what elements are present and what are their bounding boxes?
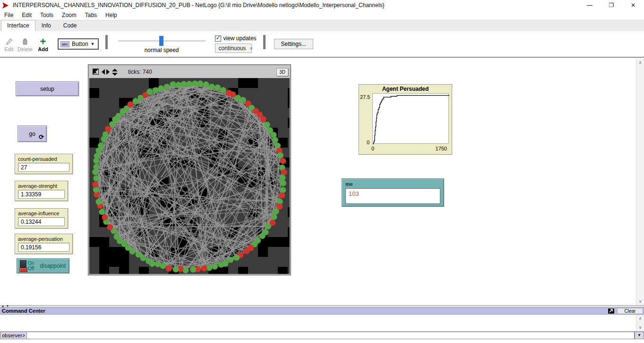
menu-tabs[interactable]: Tabs: [81, 11, 101, 19]
switch-name: disappoint: [40, 263, 66, 269]
output-vertical-scrollbar[interactable]: ∧ ∨: [636, 315, 644, 331]
disappoint-switch[interactable]: On Off disappoint: [17, 258, 69, 273]
plot-line: [373, 96, 449, 144]
world-canvas[interactable]: [89, 78, 290, 274]
plus-icon: +: [40, 38, 46, 45]
input-label: me: [345, 181, 440, 187]
scroll-up-icon[interactable]: ∧: [639, 59, 642, 66]
horizontal-arrows-icon: [102, 69, 110, 75]
interface-workspace: setup go ⟳ count-persuaded 27 average-st…: [0, 59, 644, 305]
update-mode-dropdown[interactable]: continuous ∨: [215, 44, 252, 53]
history-dropdown-button[interactable]: ▼: [635, 332, 644, 339]
settings-button[interactable]: Settings...: [274, 39, 313, 49]
scroll-up-icon[interactable]: ∧: [639, 315, 642, 322]
update-mode-value: continuous: [219, 45, 246, 52]
switch-knob[interactable]: [19, 268, 27, 272]
monitor-average-influence: average-influence 0.13244: [15, 208, 68, 229]
tab-code[interactable]: Code: [57, 20, 83, 31]
menu-bar: File Edit Tools Zoom Tabs Help: [0, 10, 644, 20]
view-updates-checkbox[interactable]: view updates: [215, 35, 257, 42]
monitor-value: 1.33359: [18, 190, 65, 199]
workspace-vertical-scrollbar[interactable]: ∧ ∨: [636, 59, 644, 305]
monitor-count-persuaded: count-persuaded 27: [15, 154, 73, 174]
speed-label: normal speed: [118, 47, 206, 53]
restore-button[interactable]: ❐: [601, 0, 622, 10]
monitor-label: average-persuation: [18, 236, 69, 242]
plot-area: [372, 93, 449, 144]
chevron-down-icon: ∨: [250, 46, 253, 51]
window-title: INTERPERSONAL_CHANNELS_INNOVATION_DIFFUS…: [13, 2, 385, 9]
switch-toggle[interactable]: [20, 260, 26, 272]
x-axis-max-label: 1750: [436, 146, 447, 151]
monitor-label: average-influence: [18, 211, 65, 216]
tab-bar: Interface Info Code: [0, 20, 644, 31]
speed-slider-thumb[interactable]: [159, 36, 163, 46]
world-view-header: ticks: 740 3D: [89, 66, 290, 78]
toolbar-separator: [263, 35, 266, 49]
abc-icon: abc: [60, 41, 69, 47]
widget-type-value: Button: [72, 41, 88, 47]
command-input-row: observer> ▼: [0, 332, 644, 339]
monitor-value: 0.19156: [18, 243, 69, 252]
switch-on-label: On: [28, 261, 34, 266]
edit-widget-button[interactable]: Edit: [1, 38, 17, 52]
x-axis-min-label: 0: [371, 146, 374, 151]
clear-button[interactable]: Clear: [617, 308, 643, 314]
delete-widget-button[interactable]: Delete: [17, 38, 33, 52]
scroll-down-icon[interactable]: ∨: [639, 298, 642, 305]
checkbox-checked-icon: [215, 35, 221, 42]
command-input-field[interactable]: [27, 332, 635, 339]
toolbar-separator: [105, 35, 108, 49]
3d-view-button[interactable]: 3D: [276, 68, 288, 76]
chevron-down-icon: ▼: [91, 42, 95, 46]
netlogo-logo-icon: [2, 2, 10, 9]
menu-tools[interactable]: Tools: [36, 11, 58, 19]
monitor-value: 27: [18, 163, 69, 172]
netlogo-window: INTERPERSONAL_CHANNELS_INNOVATION_DIFFUS…: [0, 0, 644, 343]
monitor-value: 0.13244: [18, 217, 65, 226]
switch-off-label: Off: [28, 266, 34, 271]
minimize-button[interactable]: —: [579, 0, 601, 10]
world-view-widget: ticks: 740 3D: [88, 64, 291, 275]
vertical-arrows-icon: [112, 69, 118, 76]
monitor-label: count-persuaded: [18, 156, 69, 162]
command-center-title: Command Center: [0, 308, 45, 314]
popout-icon[interactable]: [608, 308, 614, 314]
command-center-header: Command Center Clear: [0, 308, 644, 315]
monitor-label: average-strenght: [18, 183, 65, 189]
y-axis-min-label: 0: [367, 140, 369, 145]
me-input-widget: me 103: [342, 178, 444, 207]
close-button[interactable]: ✕: [622, 0, 644, 10]
plot-title: Agent Persuaded: [359, 85, 452, 92]
monitor-average-strenght: average-strenght 1.33359: [15, 181, 68, 201]
title-bar: INTERPERSONAL_CHANNELS_INNOVATION_DIFFUS…: [0, 0, 644, 10]
go-button[interactable]: go ⟳: [17, 125, 47, 142]
monitor-average-persuation: average-persuation 0.19156: [15, 234, 73, 254]
forever-icon: ⟳: [39, 135, 44, 140]
me-input-field[interactable]: 103: [345, 188, 440, 204]
setup-button[interactable]: setup: [16, 81, 79, 96]
scroll-down-icon[interactable]: ∨: [639, 324, 642, 331]
y-axis-max-label: 27.5: [360, 94, 370, 100]
menu-file[interactable]: File: [0, 11, 17, 19]
tab-info[interactable]: Info: [35, 20, 57, 31]
view-updates-label: view updates: [223, 35, 257, 42]
trash-icon: [22, 38, 28, 45]
resize-corner-icon: [93, 69, 99, 75]
interface-toolbar: Edit Delete + Add abc Button ▼ normal sp…: [0, 31, 644, 58]
ticks-counter: ticks: 740: [128, 69, 152, 75]
command-center-output: ∧ ∨: [0, 315, 644, 332]
menu-help[interactable]: Help: [101, 11, 121, 19]
observer-prompt: observer>: [0, 332, 27, 339]
widget-type-dropdown[interactable]: abc Button ▼: [58, 38, 99, 50]
pencil-icon: [6, 38, 12, 45]
speed-slider: normal speed: [118, 35, 206, 53]
menu-edit[interactable]: Edit: [17, 11, 36, 19]
agent-persuaded-plot: Agent Persuaded 27.5 0 0 1750: [359, 84, 452, 155]
add-widget-button[interactable]: + Add: [35, 38, 51, 52]
tab-interface[interactable]: Interface: [1, 20, 35, 31]
menu-zoom[interactable]: Zoom: [58, 11, 81, 19]
